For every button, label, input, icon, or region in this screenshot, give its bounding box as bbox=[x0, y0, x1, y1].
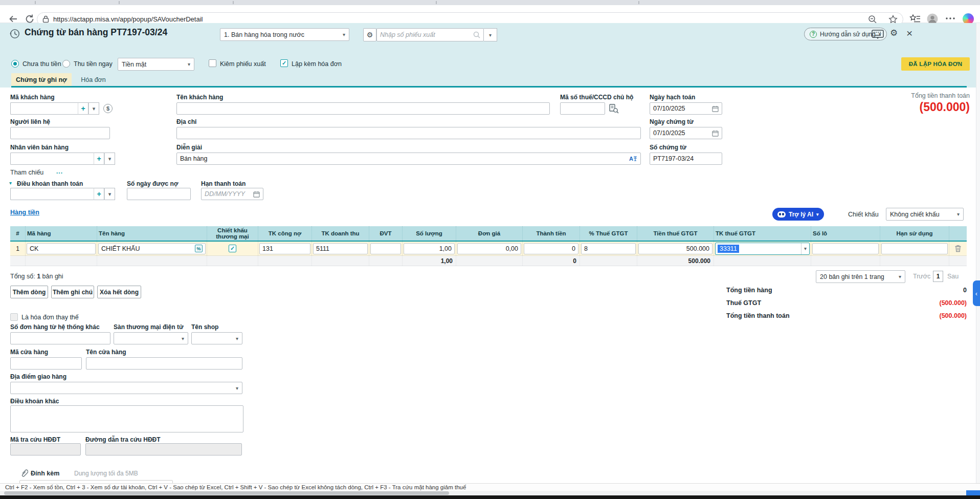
chevron-down-icon[interactable]: ▾ bbox=[801, 243, 809, 254]
calendar-icon[interactable] bbox=[253, 191, 260, 198]
calendar-icon[interactable] bbox=[712, 130, 719, 137]
expiry-input[interactable] bbox=[881, 243, 948, 254]
quantity-input[interactable]: 1,00 bbox=[404, 243, 455, 254]
add-customer-button[interactable]: + bbox=[78, 102, 88, 115]
back-icon[interactable] bbox=[8, 14, 18, 24]
calendar-icon[interactable] bbox=[712, 105, 719, 112]
voucher-search-input[interactable]: Nhập số phiếu xuất bbox=[376, 28, 484, 41]
lock-icon[interactable] bbox=[42, 15, 49, 23]
posting-date-input[interactable]: 07/10/2025 bbox=[650, 102, 722, 115]
external-order-input[interactable] bbox=[10, 332, 110, 344]
settings-gear-icon[interactable]: ⚙ bbox=[890, 28, 898, 38]
tax-code-input[interactable] bbox=[560, 102, 605, 115]
checkbox-kiem-phieu-xuat[interactable] bbox=[209, 59, 216, 67]
chevron-down-icon[interactable]: ▾ bbox=[88, 102, 99, 115]
payment-terms-input[interactable] bbox=[10, 188, 94, 200]
item-name-input[interactable]: CHIẾT KHẤU% bbox=[98, 243, 206, 254]
collapse-section-icon[interactable]: ▾ bbox=[9, 180, 12, 186]
customer-code-input[interactable] bbox=[10, 102, 78, 115]
bookmark-star-icon[interactable] bbox=[888, 15, 898, 24]
discount-select[interactable]: Không chiết khấu ▾ bbox=[886, 208, 964, 221]
hang-tien-link[interactable]: Hàng tiền bbox=[10, 209, 39, 216]
doc-date-input[interactable]: 07/10/2025 bbox=[650, 127, 722, 139]
checkbox-lap-kem-hoa-don[interactable]: ✓ bbox=[280, 59, 288, 67]
salesperson-input[interactable] bbox=[10, 153, 94, 165]
debt-days-input[interactable] bbox=[127, 188, 191, 200]
revenue-account-input[interactable]: 5111 bbox=[313, 243, 368, 254]
chevron-down-icon[interactable]: ▾ bbox=[104, 188, 115, 200]
other-terms-label: Điều khoản khác bbox=[10, 398, 59, 405]
radio-thu-tien-ngay[interactable] bbox=[62, 60, 70, 68]
shop-name-select[interactable]: ▾ bbox=[191, 332, 242, 344]
summary-amount: 0 bbox=[523, 256, 580, 266]
search-icon[interactable] bbox=[473, 31, 480, 38]
next-page-button[interactable]: Sau bbox=[947, 273, 959, 280]
radio-chua-thu-tien[interactable] bbox=[11, 60, 19, 68]
item-code-input[interactable]: CK bbox=[27, 243, 96, 254]
trash-icon[interactable] bbox=[954, 245, 962, 252]
radio-thu-tien-ngay-label: Thu tiền ngay bbox=[74, 60, 113, 68]
page-size-select[interactable]: 20 bản ghi trên 1 trang ▾ bbox=[816, 270, 905, 283]
delivery-location-select[interactable]: ▾ bbox=[10, 382, 242, 394]
add-salesperson-button[interactable]: + bbox=[94, 153, 104, 165]
customer-code-combo[interactable]: + ▾ bbox=[10, 102, 99, 115]
tab-hoa-don[interactable]: Hóa đơn bbox=[72, 73, 115, 86]
percent-icon[interactable]: % bbox=[195, 245, 203, 252]
voucher-type-select[interactable]: 1. Bán hàng hóa trong nước ▾ bbox=[220, 28, 349, 41]
customer-name-input[interactable] bbox=[176, 102, 550, 115]
vat-rate-input[interactable]: 8 bbox=[581, 243, 636, 254]
zoom-out-icon[interactable] bbox=[868, 15, 877, 24]
contact-input[interactable] bbox=[10, 127, 110, 139]
payment-method-select[interactable]: Tiền mặt ▾ bbox=[118, 58, 194, 71]
vertical-scrollbar[interactable] bbox=[976, 23, 980, 491]
refresh-icon[interactable] bbox=[25, 14, 35, 24]
other-terms-textarea[interactable] bbox=[10, 405, 243, 432]
receivable-account-input[interactable]: 131 bbox=[259, 243, 310, 254]
vat-account-combobox[interactable]: 33311▾ bbox=[715, 243, 810, 255]
salesperson-label: Nhân viên bán hàng bbox=[10, 144, 69, 151]
ecommerce-select[interactable]: ▾ bbox=[114, 332, 188, 344]
favorites-list-icon[interactable] bbox=[909, 14, 921, 24]
more-icon[interactable] bbox=[945, 17, 955, 20]
page-number-box[interactable]: 1 bbox=[933, 271, 943, 282]
amount-input[interactable]: 0 bbox=[524, 243, 578, 254]
checkbox-replace-invoice[interactable] bbox=[10, 313, 18, 321]
doc-no-input[interactable]: PT7197-03/24 bbox=[650, 153, 722, 165]
record-count: Tổng số: 1 bản ghi bbox=[10, 273, 63, 280]
add-payment-term-button[interactable]: + bbox=[94, 188, 104, 200]
ai-assistant-button[interactable]: Trợ lý AI ▾ bbox=[772, 208, 824, 221]
prev-page-button[interactable]: Trước bbox=[913, 273, 930, 280]
lot-input[interactable] bbox=[812, 243, 879, 254]
salesperson-combo[interactable]: + ▾ bbox=[10, 153, 115, 165]
payment-terms-combo[interactable]: + ▾ bbox=[10, 188, 115, 200]
description-input[interactable]: Bán hàng A bbox=[176, 153, 641, 165]
currency-dollar-icon[interactable]: $ bbox=[103, 104, 113, 113]
translate-icon[interactable]: A bbox=[629, 155, 637, 162]
add-row-button[interactable]: Thêm dòng bbox=[10, 286, 48, 298]
attach-label[interactable]: Đính kèm bbox=[31, 470, 59, 477]
voucher-search-dropdown-button[interactable]: ▾ bbox=[484, 28, 497, 41]
keyboard-shortcut-icon[interactable] bbox=[872, 30, 884, 39]
due-date-input[interactable]: DD/MM/YYYY bbox=[201, 188, 263, 200]
unit-input[interactable] bbox=[370, 243, 401, 254]
unit-price-input[interactable]: 0,00 bbox=[457, 243, 521, 254]
add-note-button[interactable]: Thêm ghi chú bbox=[51, 286, 94, 298]
side-panel-collapse-handle[interactable]: ‹ bbox=[973, 280, 980, 306]
vat-amount-input[interactable]: 500.000 bbox=[638, 243, 712, 254]
address-input[interactable] bbox=[176, 127, 641, 139]
close-icon[interactable]: × bbox=[906, 28, 912, 38]
delete-all-rows-button[interactable]: Xóa hết dòng bbox=[97, 286, 141, 298]
tab-chung-tu-ghi-no[interactable]: Chứng từ ghi nợ bbox=[11, 73, 72, 86]
history-icon[interactable] bbox=[9, 28, 20, 39]
trade-discount-checkbox[interactable]: ✓ bbox=[229, 245, 236, 252]
tax-lookup-icon[interactable] bbox=[609, 103, 619, 114]
horizontal-scrollbar-thumb[interactable] bbox=[4, 491, 449, 495]
chevron-down-icon[interactable]: ▾ bbox=[104, 153, 115, 165]
table-row[interactable]: 1 CK CHIẾT KHẤU% ✓ 131 5111 1,00 0,00 0 … bbox=[10, 242, 967, 256]
paperclip-icon[interactable] bbox=[20, 469, 28, 478]
store-name-input[interactable] bbox=[86, 357, 242, 370]
reference-more-link[interactable]: ... bbox=[56, 168, 63, 175]
store-code-input[interactable] bbox=[10, 357, 82, 370]
browser-tab-strip bbox=[0, 0, 980, 5]
search-settings-gear-button[interactable]: ⚙ bbox=[363, 28, 376, 41]
